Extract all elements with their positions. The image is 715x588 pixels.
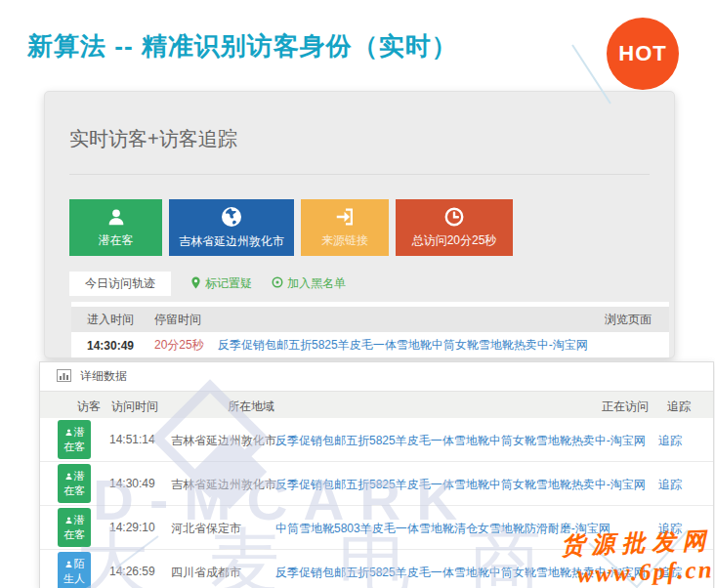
stat-box-total-visit-time[interactable]: 总访问20分25秒 [396,199,513,256]
user-icon [64,472,73,481]
stat-box-source-link[interactable]: 来源链接 [301,199,389,256]
visit-time: 14:51:14 [109,433,155,446]
visit-time: 14:30:49 [109,477,155,490]
circle-plus-icon [272,276,283,291]
hot-badge: HOT [607,18,679,90]
mark-suspect-label: 标记置疑 [205,275,252,292]
visit-time: 14:26:59 [109,565,155,578]
visit-region: 吉林省延边州敦化市 [171,477,276,493]
col-region: 所在地域 [228,399,274,415]
table-row: 陌 生人 14:26:59 四川省成都市 反季促销包邮五折5825羊皮毛一体雪地… [40,550,713,588]
current-page-link[interactable]: 反季促销包邮五折5825羊皮毛一体雪地靴中筒女靴雪地靴热卖中-淘宝网 [275,565,646,581]
col-browse-page: 浏览页面 [605,312,652,328]
stay-time-value: 20分25秒 [154,337,204,354]
bar-chart-icon [57,369,71,385]
detail-table-header: 访客 访问时间 所在地域 正在访问 追踪 [40,392,713,418]
enter-time-value: 14:30:49 [87,339,134,353]
table-row: 潜 在客 14:30:49 吉林省延边州敦化市 反季促销包邮五折5825羊皮毛一… [40,462,713,506]
track-link[interactable]: 追踪 [658,565,682,581]
visit-region: 河北省保定市 [171,521,241,537]
col-stay-time: 停留时间 [154,312,201,328]
stat-box-visitor-location[interactable]: 吉林省延边州敦化市 [169,199,294,256]
user-icon [64,428,73,437]
detail-panel-header: 详细数据 [40,362,713,392]
table-row: 潜 在客 14:51:14 吉林省延边州敦化市 反季促销包邮五折5825羊皮毛一… [40,418,713,462]
visit-track-table: 进入时间 停留时间 浏览页面 14:30:49 20分25秒 反季促销包邮五折5… [71,302,669,358]
col-enter-time: 进入时间 [87,312,134,328]
signin-icon [334,206,356,228]
stat-label: 总访问20分25秒 [412,232,497,249]
detail-panel-title: 详细数据 [80,368,127,385]
user-icon [64,516,73,525]
visit-region: 吉林省延边州敦化市 [171,433,276,449]
stat-label: 潜在客 [99,232,134,249]
panel-title: 实时访客+访客追踪 [69,126,237,152]
user-icon [105,206,127,228]
table-row: 潜 在客 14:29:10 河北省保定市 中筒雪地靴5803羊皮毛一体雪地靴清仓… [40,506,713,550]
stat-label: 吉林省延边州敦化市 [179,233,284,250]
track-link[interactable]: 追踪 [658,521,682,537]
add-blacklist-label: 加入黑名单 [287,275,346,292]
visitor-type-badge: 潜 在客 [58,464,91,503]
divider [69,174,650,175]
col-current-page: 正在访问 [602,399,649,415]
visit-region: 四川省成都市 [171,565,241,581]
map-pin-icon [190,276,201,292]
visitor-type-badge: 潜 在客 [58,420,91,459]
current-page-link[interactable]: 中筒雪地靴5803羊皮毛一体雪地靴清仓女雪地靴防滑耐磨-淘宝网 [275,521,610,537]
col-track: 追踪 [667,399,691,415]
user-icon [64,560,73,568]
mark-suspect-action[interactable]: 标记置疑 [190,275,252,292]
stat-box-potential-customer[interactable]: 潜在客 [69,199,162,256]
realtime-visitor-panel: 实时访客+访客追踪 潜在客 吉林省延边州敦化市 来源链接 总访问20分25秒 [44,91,675,358]
visit-table-header: 进入时间 停留时间 浏览页面 [71,307,669,332]
current-page-link[interactable]: 反季促销包邮五折5825羊皮毛一体雪地靴中筒女靴雪地靴热卖中-淘宝网 [275,477,646,493]
stat-label: 来源链接 [321,232,368,249]
track-link[interactable]: 追踪 [658,477,682,493]
add-blacklist-action[interactable]: 加入黑名单 [272,275,346,292]
page-title: 新算法 -- 精准识别访客身份（实时） [27,29,458,63]
clock-icon [443,206,465,228]
track-link[interactable]: 追踪 [658,433,682,449]
current-page-link[interactable]: 反季促销包邮五折5825羊皮毛一体雪地靴中筒女靴雪地靴热卖中-淘宝网 [275,433,646,449]
stat-row: 潜在客 吉林省延边州敦化市 来源链接 总访问20分25秒 [69,199,513,256]
col-visitor: 访客 [77,399,101,415]
visitor-type-badge: 潜 在客 [58,508,91,547]
globe-icon [220,205,243,229]
detail-data-panel: 详细数据 访客 访问时间 所在地域 正在访问 追踪 潜 在客 14:51:14 … [39,361,714,588]
visitor-type-badge: 陌 生人 [58,552,91,588]
visit-table-row: 14:30:49 20分25秒 反季促销包邮五折5825羊皮毛一体雪地靴中筒女靴… [71,332,669,358]
browse-page-link[interactable]: 反季促销包邮五折5825羊皮毛一体雪地靴中筒女靴雪地靴热卖中-淘宝网 [218,337,588,354]
tab-row: 今日访问轨迹 标记置疑 加入黑名单 [69,272,346,296]
col-visit-time: 访问时间 [111,399,158,415]
tab-today-visit-track[interactable]: 今日访问轨迹 [69,272,171,296]
visit-time: 14:29:10 [109,521,155,534]
